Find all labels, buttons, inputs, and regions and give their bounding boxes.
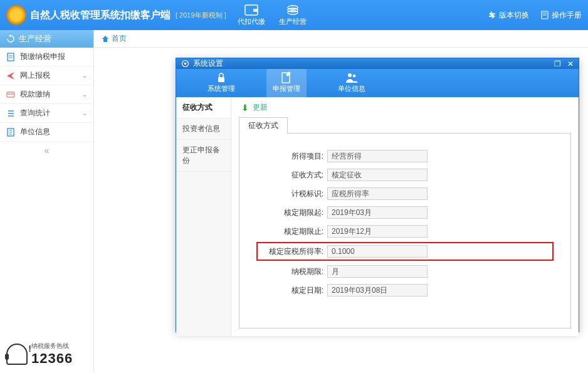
wallet-icon (244, 4, 258, 16)
svg-rect-1 (253, 9, 258, 12)
hotline: 纳税服务热线 12366 (6, 342, 73, 367)
chevron-down-icon: ⌄ (82, 91, 87, 98)
form-value[interactable]: 2019年03月08日 (327, 284, 428, 297)
sidebar-item-label: 单位信息 (20, 127, 50, 137)
left-nav-collection[interactable]: 征收方式 (176, 97, 231, 118)
lock-icon (215, 71, 228, 84)
dialog-titlebar[interactable]: 系统设置 ❐ ✕ (176, 58, 579, 69)
sidebar-item-label: 税款缴纳 (20, 89, 50, 100)
header-right: 版本切换 操作手册 (488, 10, 582, 21)
form-value[interactable]: 应税所得率 (327, 187, 428, 200)
nav-withhold[interactable]: 代扣代缴 (238, 4, 265, 26)
dialog-right-panel: ⬇ 更新 征收方式 所得项目:经营所得征收方式:核定征收计税标识:应税所得率核定… (231, 97, 579, 336)
svg-rect-11 (7, 92, 14, 97)
form-value[interactable]: 2019年12月 (327, 225, 428, 238)
dialog-tab-system[interactable]: 系统管理 (201, 69, 241, 97)
svg-point-25 (353, 75, 356, 78)
breadcrumb-home-link[interactable]: 首页 (102, 33, 127, 44)
sidebar-item-label: 查询统计 (20, 108, 50, 118)
form-value[interactable]: 月 (327, 265, 428, 278)
sidebar-header-label: 生产经营 (19, 33, 51, 45)
headset-icon (6, 344, 28, 365)
chevron-down-icon: ⌄ (82, 110, 87, 117)
left-nav-investor[interactable]: 投资者信息 (176, 118, 231, 140)
sidebar-item-online[interactable]: 网上报税 ⌄ (0, 66, 93, 85)
form-label: 纳税期限: (258, 266, 327, 277)
refresh-icon (6, 34, 15, 43)
inner-tab-row: 征收方式 (239, 117, 571, 134)
send-icon (6, 71, 15, 80)
header-nav: 代扣代缴 生产经营 (238, 4, 307, 26)
form-row: 计税标识:应税所得率 (258, 187, 552, 200)
coins-icon (286, 4, 300, 16)
sidebar-item-prepay[interactable]: 预缴纳税申报 (0, 48, 93, 66)
dialog-tab-label: 系统管理 (207, 84, 235, 93)
form-label: 核定日期: (258, 285, 327, 296)
form-row: 核定日期:2019年03月08日 (258, 284, 552, 297)
switch-icon (488, 11, 496, 19)
sidebar-header: 生产经营 (0, 30, 93, 48)
info-icon (6, 128, 15, 137)
settings-dialog: 系统设置 ❐ ✕ 系统管理 申报管理 单位信息 征收方式 投资者信息 更正申报备… (176, 58, 579, 332)
manual-button[interactable]: 操作手册 (540, 10, 582, 21)
list-icon (6, 109, 15, 118)
sidebar-item-unit[interactable]: 单位信息 (0, 123, 93, 142)
svg-point-21 (184, 63, 187, 65)
form-label: 核定应税所得率: (258, 246, 327, 257)
form-label: 所得项目: (258, 151, 327, 162)
form-label: 计税标识: (258, 189, 327, 199)
down-arrow-icon: ⬇ (241, 103, 249, 113)
svg-rect-8 (8, 53, 14, 61)
app-subtitle: [ 2019年新税制 ] (176, 11, 226, 20)
dialog-tab-label: 申报管理 (273, 84, 300, 93)
form-row: 核定期限起:2019年03月 (258, 206, 552, 219)
people-icon (345, 71, 359, 84)
breadcrumb: 首页 (94, 30, 588, 48)
left-nav-correction[interactable]: 更正申报备份 (176, 140, 231, 172)
form-value[interactable]: 经营所得 (327, 150, 428, 162)
dialog-tab-label: 单位信息 (338, 84, 365, 93)
inner-tab-collection[interactable]: 征收方式 (239, 117, 288, 134)
dialog-tab-declare[interactable]: 申报管理 (266, 69, 307, 97)
form-value[interactable]: 2019年03月 (327, 206, 428, 219)
chevron-down-icon: ⌄ (82, 72, 87, 79)
dialog-body: 征收方式 投资者信息 更正申报备份 ⬇ 更新 征收方式 所得项目:经营所得征收方… (176, 97, 579, 336)
sidebar-item-label: 预缴纳税申报 (20, 51, 65, 62)
document-icon (6, 53, 15, 61)
update-button[interactable]: ⬇ 更新 (239, 101, 571, 117)
form-row: 征收方式:核定征收 (258, 169, 552, 181)
svg-point-24 (348, 73, 352, 77)
dialog-tab-unit[interactable]: 单位信息 (332, 69, 372, 97)
update-label: 更新 (253, 102, 268, 113)
form-row: 所得项目:经营所得 (258, 150, 552, 162)
sidebar-collapse-button[interactable]: « (0, 142, 93, 159)
nav-business[interactable]: 生产经营 (279, 4, 307, 26)
manual-label: 操作手册 (552, 10, 582, 21)
svg-rect-22 (218, 77, 224, 82)
breadcrumb-home-label: 首页 (112, 33, 127, 44)
form-label: 核定期限起: (258, 208, 327, 218)
version-switch-button[interactable]: 版本切换 (488, 10, 529, 21)
app-title: 自然人税收管理系统扣缴客户端 (30, 9, 171, 22)
maximize-button[interactable]: ❐ (554, 60, 561, 68)
sidebar-item-payment[interactable]: 税款缴纳 ⌄ (0, 85, 93, 104)
dialog-left-nav: 征收方式 投资者信息 更正申报备份 (176, 97, 231, 336)
nav-withhold-label: 代扣代缴 (238, 17, 265, 26)
app-header: 自然人税收管理系统扣缴客户端 [ 2019年新税制 ] 代扣代缴 生产经营 版本… (0, 0, 588, 30)
sidebar: 生产经营 预缴纳税申报 网上报税 ⌄ 税款缴纳 ⌄ 查询统计 ⌄ 单位信息 « (0, 30, 94, 373)
form-row: 核定期限止:2019年12月 (258, 225, 552, 238)
form-label: 征收方式: (258, 170, 327, 181)
sidebar-item-query[interactable]: 查询统计 ⌄ (0, 104, 93, 123)
close-button[interactable]: ✕ (567, 60, 574, 68)
edit-doc-icon (280, 71, 293, 84)
nav-business-label: 生产经营 (279, 17, 307, 26)
gear-icon (181, 60, 189, 68)
version-switch-label: 版本切换 (499, 10, 529, 21)
sidebar-item-label: 网上报税 (20, 70, 50, 81)
book-icon (540, 11, 549, 19)
form-value[interactable]: 核定征收 (327, 169, 428, 181)
form-value[interactable]: 0.1000 (327, 245, 428, 258)
dialog-tab-row: 系统管理 申报管理 单位信息 (176, 69, 579, 97)
svg-point-4 (288, 11, 298, 14)
hotline-number: 12366 (31, 350, 73, 366)
